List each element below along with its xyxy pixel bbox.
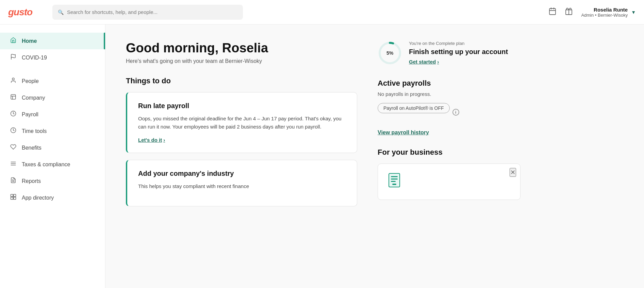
page-layout: Home COVID-19 People <box>0 24 644 288</box>
svg-rect-27 <box>392 184 396 185</box>
svg-rect-24 <box>391 176 398 177</box>
sidebar-item-benefits[interactable]: Benefits <box>0 139 105 156</box>
svg-rect-20 <box>14 197 16 200</box>
sidebar: Home COVID-19 People <box>0 24 105 288</box>
svg-rect-0 <box>549 9 556 15</box>
user-name: Roselia Runte <box>581 7 628 13</box>
plan-info: You're on the Complete plan Finish setti… <box>409 41 508 65</box>
sidebar-item-label: Company <box>22 95 45 101</box>
sidebar-item-home[interactable]: Home <box>0 33 105 49</box>
autopilot-badge: Payroll on AutoPilot® is OFF <box>378 103 450 113</box>
progress-ring: 5% <box>378 41 402 65</box>
company-icon <box>10 94 17 102</box>
close-button[interactable]: ✕ <box>510 168 516 177</box>
header: gusto 🔍 Roselia Runte Admin • Bernier-Wi… <box>0 0 644 24</box>
greeting: Good morning, Roselia <box>126 41 357 55</box>
svg-rect-25 <box>391 179 398 180</box>
plan-card: 5% You're on the Complete plan Finish se… <box>378 41 521 65</box>
content-right: 5% You're on the Complete plan Finish se… <box>378 41 521 272</box>
main-content: Good morning, Roselia Here's what's goin… <box>105 24 644 288</box>
sidebar-item-company[interactable]: Company <box>0 89 105 106</box>
business-document-icon <box>386 172 402 191</box>
business-card: ✕ <box>378 164 521 200</box>
sidebar-nav: Home COVID-19 People <box>0 33 105 206</box>
things-to-do-title: Things to do <box>126 77 357 85</box>
task-body-payroll: Oops, you missed the original deadline f… <box>138 115 346 131</box>
sidebar-item-label: Home <box>22 38 37 44</box>
user-text: Roselia Runte Admin • Bernier-Wisoky <box>581 7 628 18</box>
active-payrolls-section: Active payrolls No payrolls in progress.… <box>378 79 521 136</box>
plan-title: Finish setting up your account <box>409 47 508 56</box>
benefits-icon <box>10 144 17 152</box>
svg-rect-26 <box>391 181 396 182</box>
sidebar-item-label: COVID-19 <box>22 55 47 61</box>
logo: gusto <box>8 7 39 18</box>
progress-percent: 5% <box>386 50 393 56</box>
payroll-icon <box>10 111 17 118</box>
appdirectory-icon <box>10 194 17 202</box>
sidebar-item-payroll[interactable]: Payroll <box>0 106 105 123</box>
sidebar-item-people[interactable]: People <box>0 73 105 89</box>
sidebar-item-taxes[interactable]: Taxes & compliance <box>0 156 105 173</box>
home-icon <box>10 37 17 45</box>
chevron-down-icon: ▼ <box>631 10 636 15</box>
time-icon <box>10 127 17 135</box>
user-role: Admin • Bernier-Wisoky <box>581 13 628 18</box>
search-bar[interactable]: 🔍 <box>52 5 243 20</box>
svg-point-8 <box>12 78 14 80</box>
sidebar-item-label: People <box>22 78 39 84</box>
content-left: Good morning, Roselia Here's what's goin… <box>126 41 357 272</box>
get-started-link[interactable]: Get started › <box>409 59 439 65</box>
lets-do-it-link[interactable]: Let's do it › <box>138 137 165 143</box>
svg-rect-17 <box>11 194 13 197</box>
task-title-industry: Add your company's industry <box>138 170 346 177</box>
search-input[interactable] <box>67 9 237 15</box>
sidebar-item-label: Taxes & compliance <box>22 162 70 168</box>
svg-rect-18 <box>14 194 16 197</box>
sidebar-item-covid19[interactable]: COVID-19 <box>0 49 105 66</box>
sidebar-item-label: Time tools <box>22 128 47 134</box>
sidebar-item-label: Reports <box>22 178 41 184</box>
sidebar-item-label: Benefits <box>22 145 42 151</box>
no-payroll-text: No payrolls in progress. <box>378 91 521 97</box>
reports-icon <box>10 177 17 185</box>
for-business-section: For your business ✕ <box>378 148 521 200</box>
gift-icon[interactable] <box>565 7 573 17</box>
taxes-icon <box>10 160 17 168</box>
autopilot-text: Payroll on AutoPilot® is OFF <box>383 105 444 111</box>
sidebar-item-timetools[interactable]: Time tools <box>0 123 105 139</box>
user-menu[interactable]: Roselia Runte Admin • Bernier-Wisoky ▼ <box>581 7 636 18</box>
plan-label: You're on the Complete plan <box>409 41 508 46</box>
people-icon <box>10 77 17 85</box>
calendar-icon[interactable] <box>548 7 557 17</box>
flag-icon <box>10 54 17 62</box>
search-icon: 🔍 <box>58 10 64 15</box>
for-business-title: For your business <box>378 148 521 157</box>
svg-rect-19 <box>11 197 13 200</box>
active-payrolls-title: Active payrolls <box>378 79 521 88</box>
svg-rect-9 <box>11 95 16 99</box>
task-body-industry: This helps you stay compliant with recen… <box>138 182 346 190</box>
view-payroll-history-link[interactable]: View payroll history <box>378 130 521 136</box>
task-title-payroll: Run late payroll <box>138 102 346 110</box>
info-icon[interactable]: i <box>452 109 459 116</box>
subtitle: Here's what's going on with your team at… <box>126 58 357 64</box>
sidebar-item-label: App directory <box>22 195 54 201</box>
task-card-payroll: Run late payroll Oops, you missed the or… <box>126 92 357 153</box>
sidebar-item-appdirectory[interactable]: App directory <box>0 189 105 206</box>
sidebar-item-reports[interactable]: Reports <box>0 173 105 189</box>
task-card-industry: Add your company's industry This helps y… <box>126 160 357 206</box>
sidebar-item-label: Payroll <box>22 112 38 118</box>
header-right: Roselia Runte Admin • Bernier-Wisoky ▼ <box>548 7 636 18</box>
